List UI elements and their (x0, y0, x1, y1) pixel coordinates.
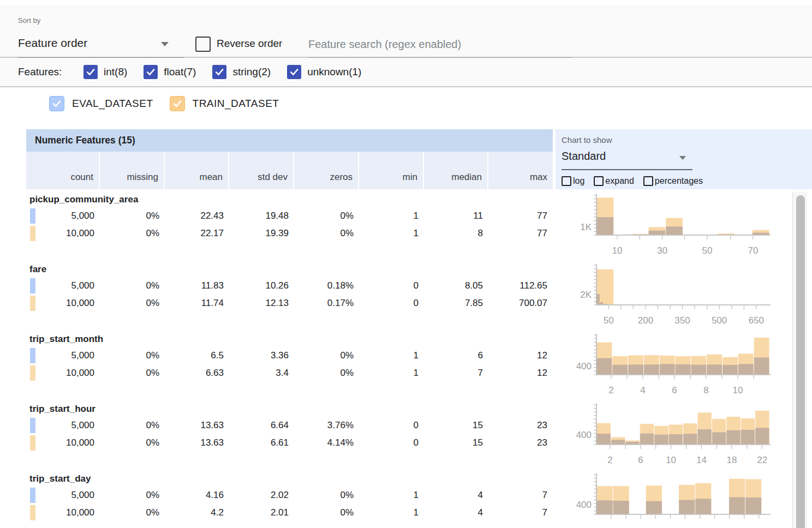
feature-type-filterbar: Features: int(8)float(7)string(2)unknown… (0, 58, 812, 87)
checkbox-unchecked-icon[interactable] (643, 176, 653, 186)
checkmark-icon (289, 67, 300, 77)
stat-value-std-dev: 2.01 (229, 504, 294, 521)
feature-type-filter-unknown[interactable]: unknown(1) (287, 65, 361, 79)
chart-option-expand[interactable]: expand (594, 176, 634, 186)
column-header-zeros: zeros (294, 152, 359, 189)
stat-value-count: 5,000 (26, 207, 100, 225)
feature-name: pickup_community_area (26, 192, 553, 207)
svg-text:200: 200 (638, 315, 653, 326)
histogram-block-trip_start_day: 400 (568, 471, 771, 528)
stat-value-count: 10,000 (26, 364, 100, 382)
histogram-block-pickup_community_area: 103050701K (568, 192, 771, 262)
column-header-mean: mean (165, 152, 229, 189)
vertical-scrollbar-thumb[interactable] (796, 195, 805, 528)
feature-block-trip_start_month: trip_start_month5,0000%6.53.360%161210,0… (26, 332, 553, 401)
feature-type-filter-int[interactable]: int(8) (83, 65, 127, 79)
checkbox-unchecked-icon[interactable] (562, 176, 571, 186)
stat-value-count: 5,000 (26, 487, 100, 504)
stat-value-std-dev: 3.4 (229, 364, 294, 382)
stat-value-std-dev: 12.13 (229, 295, 294, 312)
dataset-toggle-eval_dataset[interactable]: EVAL_DATASET (49, 96, 153, 111)
feature-type-filter-string[interactable]: string(2) (212, 65, 271, 79)
dataset-toggle-train_dataset[interactable]: TRAIN_DATASET (170, 96, 279, 111)
stat-value-min: 1 (359, 487, 424, 504)
stats-row-eval: 5,0000%11.8310.260.18%08.05112.65 (26, 277, 553, 295)
train-color-swatch (30, 296, 35, 311)
column-header-std-dev: std dev (229, 152, 294, 189)
histogram-block-fare: 502003505006502K (568, 262, 771, 332)
checkmark-icon (51, 98, 62, 109)
stat-value-median: 7 (424, 364, 488, 382)
column-header-count: count (26, 152, 100, 189)
feature-search-input[interactable] (308, 31, 571, 61)
chart-option-checkboxes: logexpandpercentages (562, 176, 703, 186)
stats-row-eval: 5,0000%4.162.020%147 (26, 487, 553, 504)
svg-text:22: 22 (757, 455, 767, 465)
svg-text:18: 18 (726, 455, 737, 465)
numeric-features-header: Numeric Features (15) (26, 129, 553, 152)
checkbox-checked-icon[interactable] (144, 65, 158, 79)
sort-by-select[interactable]: Feature order (18, 30, 184, 58)
dataset-checkbox[interactable] (170, 96, 185, 111)
histogram-fare: 502003505006502K (568, 262, 771, 331)
checkmark-icon (85, 67, 96, 77)
svg-text:2: 2 (608, 385, 613, 395)
chart-type-select[interactable]: Standard (562, 149, 692, 170)
stat-value-missing: 0% (100, 504, 165, 521)
chart-option-percentages[interactable]: percentages (643, 176, 703, 186)
train-color-swatch (30, 435, 35, 451)
features-label: Features: (18, 58, 62, 86)
reverse-order-label: Reverse order (217, 37, 282, 51)
stat-value-count: 5,000 (26, 417, 100, 434)
stat-value-mean: 22.43 (165, 207, 229, 225)
chart-option-label: percentages (655, 176, 703, 186)
feature-type-filter-float[interactable]: float(7) (144, 65, 196, 79)
histogram-pickup_community_area: 103050701K (568, 192, 771, 261)
histogram-column: 103050701K502003505006502K24681040026101… (568, 192, 771, 528)
stat-value-zeros: 3.76% (294, 417, 359, 434)
stats-row-train: 10,0000%4.22.010%147 (26, 504, 553, 521)
stats-row-train: 10,0000%22.1719.390%1877 (26, 225, 553, 242)
checkbox-unchecked-icon[interactable] (594, 176, 604, 186)
stat-value-min: 1 (359, 347, 424, 364)
stat-value-max: 7 (488, 487, 553, 504)
checkbox-checked-icon[interactable] (83, 65, 98, 79)
dataset-name: TRAIN_DATASET (193, 98, 279, 110)
svg-text:650: 650 (749, 315, 764, 326)
stat-value-std-dev: 10.26 (229, 277, 294, 295)
stat-value-mean: 6.63 (165, 364, 229, 382)
stat-value-missing: 0% (100, 277, 165, 295)
stat-value-zeros: 0% (294, 364, 359, 382)
stat-value-count: 10,000 (26, 295, 100, 312)
feature-type-label: unknown(1) (307, 66, 361, 78)
stat-value-zeros: 4.14% (294, 434, 359, 452)
feature-type-label: float(7) (164, 66, 196, 78)
stat-value-zeros: 0% (294, 504, 359, 521)
stat-value-missing: 0% (100, 417, 165, 434)
svg-text:6: 6 (638, 455, 643, 465)
dataset-name: EVAL_DATASET (72, 98, 153, 110)
feature-name: fare (26, 262, 553, 277)
svg-text:14: 14 (696, 455, 707, 465)
stat-value-mean: 4.2 (165, 504, 229, 521)
eval-color-swatch (30, 488, 35, 503)
histogram-trip_start_month: 246810400 (568, 332, 771, 400)
sort-by-label: Sort by (18, 16, 40, 25)
reverse-order-checkbox[interactable] (195, 37, 211, 52)
stats-row-train: 10,0000%13.636.614.14%01523 (26, 434, 553, 452)
svg-text:2: 2 (607, 455, 612, 465)
dataset-legend: EVAL_DATASETTRAIN_DATASET (49, 93, 279, 115)
stat-value-std-dev: 6.64 (229, 417, 294, 434)
chart-option-log[interactable]: log (562, 176, 584, 186)
stat-value-missing: 0% (100, 225, 165, 242)
stat-value-min: 1 (359, 504, 424, 521)
feature-block-pickup_community_area: pickup_community_area5,0000%22.4319.480%… (26, 192, 553, 262)
stat-value-missing: 0% (100, 487, 165, 504)
vertical-scrollbar-track[interactable] (792, 192, 807, 528)
checkbox-checked-icon[interactable] (287, 65, 301, 79)
stat-value-median: 11 (424, 207, 488, 225)
checkbox-checked-icon[interactable] (212, 65, 226, 79)
dataset-checkbox[interactable] (49, 96, 64, 111)
stat-value-max: 12 (488, 364, 553, 382)
feature-block-trip_start_hour: trip_start_hour5,0000%13.636.643.76%0152… (26, 401, 553, 471)
